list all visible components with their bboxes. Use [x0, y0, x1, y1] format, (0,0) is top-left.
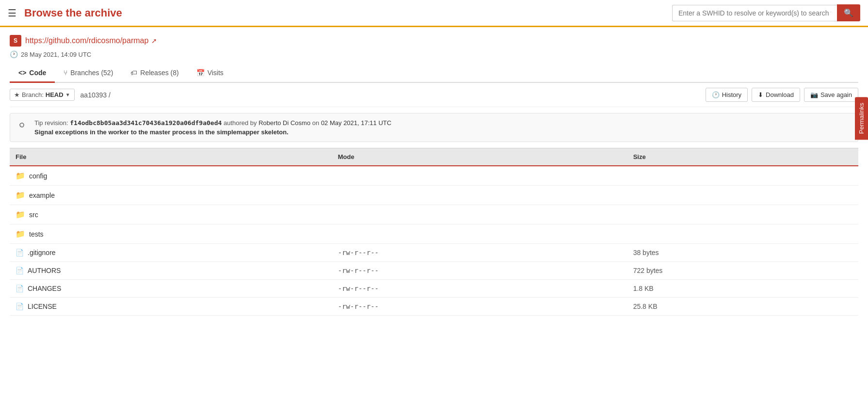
- file-name-cell: 📄 CHANGES: [10, 280, 332, 298]
- repo-url[interactable]: https://github.com/rdicosmo/parmap: [25, 36, 148, 45]
- tab-branches[interactable]: ⑂ Branches (52): [55, 64, 122, 83]
- table-row: 📁 tests: [10, 224, 858, 244]
- branch-icon: ⑂: [64, 69, 67, 77]
- folder-icon: 📁: [16, 210, 25, 219]
- download-label: Download: [766, 91, 794, 98]
- branch-left: ★ Branch: HEAD ▼ aa10393 /: [10, 89, 111, 101]
- tab-code-label: Code: [29, 69, 46, 77]
- branch-selector[interactable]: ★ Branch: HEAD ▼: [10, 89, 75, 101]
- table-row: 📁 config: [10, 166, 858, 186]
- branch-name: HEAD: [46, 91, 64, 98]
- table-row: 📄 AUTHORS -rw-r--r-- 722 bytes: [10, 262, 858, 280]
- commit-line1: Tip revision: f14odbc8b05aa3d341c70436a1…: [34, 119, 850, 127]
- file-mode: [332, 205, 627, 224]
- tabs: <> Code ⑂ Branches (52) 🏷 Releases (8) 📅…: [10, 64, 858, 83]
- search-bar: 🔍: [672, 4, 860, 21]
- file-size: 722 bytes: [627, 262, 858, 280]
- file-link[interactable]: AUTHORS: [28, 267, 61, 274]
- file-link[interactable]: tests: [29, 230, 44, 238]
- file-icon: 📄: [16, 285, 24, 292]
- table-row: 📁 src: [10, 205, 858, 224]
- file-mode: -rw-r--r--: [332, 280, 627, 298]
- navbar: ☰ Browse the archive 🔍: [0, 0, 868, 27]
- chevron-down-icon: ▼: [65, 92, 70, 97]
- save-again-label: Save again: [820, 91, 852, 98]
- timestamp-row: 🕐 28 May 2021, 14:09 UTC: [10, 50, 858, 58]
- file-name-cell: 📄 LICENSE: [10, 298, 332, 316]
- history-label: History: [722, 91, 741, 98]
- file-mode: [332, 166, 627, 186]
- repo-link-row: S https://github.com/rdicosmo/parmap ➚: [10, 35, 858, 47]
- file-mode: [332, 224, 627, 244]
- col-mode: Mode: [332, 148, 627, 166]
- file-size: [627, 205, 858, 224]
- commit-node-icon: ⭘: [18, 120, 27, 130]
- table-row: 📄 LICENSE -rw-r--r-- 25.8 KB: [10, 298, 858, 316]
- tab-branches-label: Branches (52): [70, 69, 113, 77]
- file-name-cell: 📁 example: [10, 186, 332, 205]
- table-header-row: File Mode Size: [10, 148, 858, 166]
- download-icon: ⬇: [758, 91, 763, 98]
- repo-timestamp: 28 May 2021, 14:09 UTC: [21, 51, 91, 58]
- file-size: 38 bytes: [627, 244, 858, 262]
- file-name-cell: 📁 src: [10, 205, 332, 224]
- tab-visits-label: Visits: [208, 69, 224, 77]
- file-size: [627, 224, 858, 244]
- file-link[interactable]: LICENSE: [28, 303, 57, 310]
- file-link[interactable]: config: [29, 172, 47, 180]
- permalinks-sidebar[interactable]: Permalinks: [855, 97, 868, 140]
- folder-icon: 📁: [16, 191, 25, 200]
- file-mode: -rw-r--r--: [332, 262, 627, 280]
- file-size: [627, 186, 858, 205]
- commit-date: 02 May 2021, 17:11 UTC: [321, 119, 391, 127]
- camera-icon: 📷: [810, 91, 818, 98]
- file-link[interactable]: example: [29, 192, 55, 199]
- download-button[interactable]: ⬇ Download: [752, 88, 800, 102]
- swh-icon: S: [10, 35, 21, 47]
- file-table: File Mode Size 📁 config 📁 example: [10, 148, 858, 316]
- save-again-button[interactable]: 📷 Save again: [804, 88, 858, 102]
- file-mode: -rw-r--r--: [332, 244, 627, 262]
- commit-message: Signal exceptions in the worker to the m…: [34, 128, 850, 136]
- on-label: on: [312, 119, 319, 127]
- file-size: [627, 166, 858, 186]
- main-content: S https://github.com/rdicosmo/parmap ➚ 🕐…: [0, 27, 868, 415]
- file-name-cell: 📄 .gitignore: [10, 244, 332, 262]
- file-link[interactable]: src: [29, 211, 38, 219]
- commit-hash[interactable]: f14odbc8b05aa3d341c70436a1920a06df9a0ed4: [70, 119, 222, 127]
- col-size: Size: [627, 148, 858, 166]
- branch-bar: ★ Branch: HEAD ▼ aa10393 / 🕐 History ⬇ D…: [10, 83, 858, 107]
- authored-by-label: authored by: [224, 119, 257, 127]
- folder-icon: 📁: [16, 229, 25, 239]
- tab-releases-label: Releases (8): [140, 69, 178, 77]
- breadcrumb-path: aa10393 /: [80, 91, 111, 99]
- file-name-cell: 📄 AUTHORS: [10, 262, 332, 280]
- file-size: 1.8 KB: [627, 280, 858, 298]
- table-row: 📁 example: [10, 186, 858, 205]
- tab-visits[interactable]: 📅 Visits: [188, 64, 232, 83]
- search-button[interactable]: 🔍: [837, 4, 860, 21]
- history-icon: 🕐: [712, 91, 720, 98]
- star-icon: ★: [14, 91, 20, 98]
- search-input[interactable]: [672, 5, 837, 21]
- tag-icon: 🏷: [130, 69, 137, 77]
- history-button[interactable]: 🕐 History: [706, 88, 748, 102]
- tip-revision-label: Tip revision:: [34, 119, 68, 127]
- col-file: File: [10, 148, 332, 166]
- app-title: Browse the archive: [24, 7, 672, 19]
- file-name-cell: 📁 config: [10, 166, 332, 186]
- commit-author: Roberto Di Cosmo: [258, 119, 310, 127]
- commit-details: Tip revision: f14odbc8b05aa3d341c70436a1…: [34, 119, 850, 136]
- file-link[interactable]: .gitignore: [28, 249, 56, 256]
- file-mode: [332, 186, 627, 205]
- external-link-icon: ➚: [151, 37, 157, 45]
- calendar-icon: 📅: [196, 69, 205, 77]
- code-icon: <>: [18, 69, 26, 77]
- hamburger-icon[interactable]: ☰: [8, 7, 16, 19]
- file-link[interactable]: CHANGES: [28, 285, 61, 292]
- file-icon: 📄: [16, 249, 24, 256]
- file-size: 25.8 KB: [627, 298, 858, 316]
- file-name-cell: 📁 tests: [10, 224, 332, 244]
- tab-code[interactable]: <> Code: [10, 64, 55, 83]
- tab-releases[interactable]: 🏷 Releases (8): [122, 64, 187, 83]
